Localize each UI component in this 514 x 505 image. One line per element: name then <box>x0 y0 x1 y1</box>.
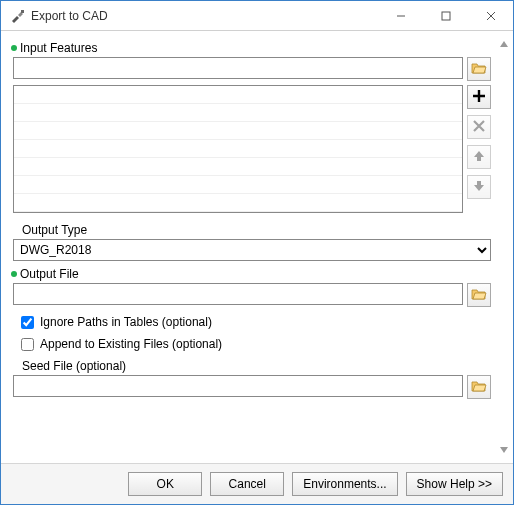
list-row <box>14 158 462 176</box>
titlebar: Export to CAD <box>1 1 513 31</box>
input-features-input[interactable] <box>13 57 463 79</box>
list-row <box>14 122 462 140</box>
minimize-button[interactable] <box>378 1 423 30</box>
seed-file-label: Seed File (optional) <box>22 359 126 373</box>
append-existing-checkbox[interactable] <box>21 338 34 351</box>
remove-item-button[interactable] <box>467 115 491 139</box>
required-dot-icon <box>11 45 17 51</box>
ok-button[interactable]: OK <box>128 472 202 496</box>
scroll-up-icon[interactable] <box>497 37 511 51</box>
input-features-label-row: Input Features <box>13 41 491 55</box>
vertical-scrollbar[interactable] <box>495 31 513 463</box>
output-type-label: Output Type <box>22 223 87 237</box>
output-file-label: Output File <box>20 267 79 281</box>
window-controls <box>378 1 513 30</box>
move-down-button[interactable] <box>467 175 491 199</box>
browse-seed-file-button[interactable] <box>467 375 491 399</box>
svg-rect-0 <box>21 10 24 13</box>
list-row <box>14 86 462 104</box>
content-wrap: Input Features <box>1 31 513 463</box>
scroll-down-icon[interactable] <box>497 443 511 457</box>
folder-open-icon <box>471 60 487 79</box>
show-help-button[interactable]: Show Help >> <box>406 472 503 496</box>
ignore-paths-label[interactable]: Ignore Paths in Tables (optional) <box>40 315 212 329</box>
environments-button[interactable]: Environments... <box>292 472 397 496</box>
input-features-label: Input Features <box>20 41 97 55</box>
append-existing-row: Append to Existing Files (optional) <box>21 337 491 351</box>
required-dot-icon <box>11 271 17 277</box>
output-file-label-row: Output File <box>13 267 491 281</box>
append-existing-label[interactable]: Append to Existing Files (optional) <box>40 337 222 351</box>
maximize-button[interactable] <box>423 1 468 30</box>
ignore-paths-row: Ignore Paths in Tables (optional) <box>21 315 491 329</box>
browse-output-file-button[interactable] <box>467 283 491 307</box>
plus-icon <box>471 88 487 107</box>
seed-file-input[interactable] <box>13 375 463 397</box>
close-button[interactable] <box>468 1 513 30</box>
cancel-button[interactable]: Cancel <box>210 472 284 496</box>
feature-listbox[interactable] <box>13 85 463 213</box>
output-type-select[interactable]: DWG_R2018 <box>13 239 491 261</box>
move-up-button[interactable] <box>467 145 491 169</box>
window-title: Export to CAD <box>31 9 378 23</box>
arrow-up-icon <box>471 148 487 167</box>
output-type-label-row: Output Type <box>13 223 491 237</box>
folder-open-icon <box>471 286 487 305</box>
arrow-down-icon <box>471 178 487 197</box>
form-area: Input Features <box>1 31 495 463</box>
add-item-button[interactable] <box>467 85 491 109</box>
feature-list-wrap <box>13 85 491 213</box>
browse-input-features-button[interactable] <box>467 57 491 81</box>
output-file-input[interactable] <box>13 283 463 305</box>
list-row <box>14 140 462 158</box>
list-row <box>14 176 462 194</box>
list-row <box>14 104 462 122</box>
feature-list-buttons <box>467 85 491 213</box>
dialog-footer: OK Cancel Environments... Show Help >> <box>1 463 513 504</box>
hammer-icon <box>9 8 25 24</box>
ignore-paths-checkbox[interactable] <box>21 316 34 329</box>
x-icon <box>471 118 487 137</box>
seed-file-label-row: Seed File (optional) <box>13 359 491 373</box>
list-row <box>14 194 462 212</box>
folder-open-icon <box>471 378 487 397</box>
svg-rect-1 <box>442 12 450 20</box>
